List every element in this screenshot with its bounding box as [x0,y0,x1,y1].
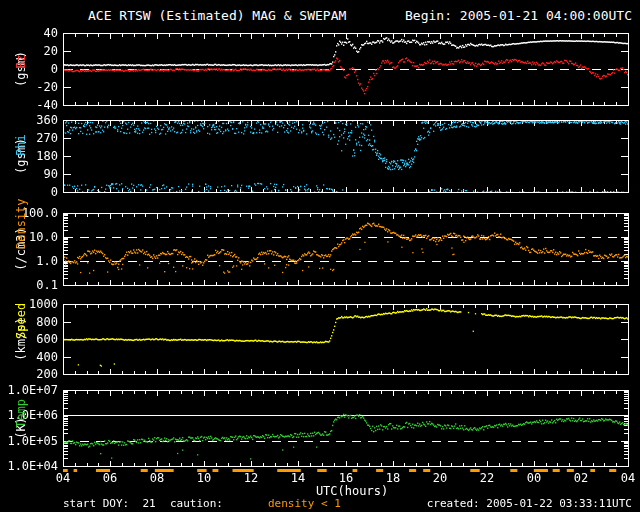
created-timestamp: created: 2005-01-22 03:33:11UTC [340,498,632,509]
start-doy-label: start DOY: 21 [63,498,156,509]
caution-value: density < 1 [268,498,341,509]
axis-label-text: Density [14,198,28,249]
x-tick-label: 18 [378,472,408,484]
y-axis-label-density: Density(/cm3) [0,213,44,285]
axis-label-text: Phi [14,134,28,156]
x-tick-label: 00 [519,472,549,484]
x-tick-label: 04 [613,472,640,484]
y-axis-label-temp: Temp(K) [0,390,44,466]
x-tick-label: 10 [189,472,219,484]
x-tick-label: 12 [236,472,266,484]
x-tick-label: 08 [142,472,172,484]
x-tick-label: 16 [331,472,361,484]
x-tick-label: 02 [566,472,596,484]
x-axis-title: UTC(hours) [292,485,412,497]
x-tick-label: 20 [425,472,455,484]
x-tick-label: 14 [283,472,313,484]
caution-label: caution: [170,498,223,509]
axis-label-text: Temp [14,399,28,428]
x-tick-label: 22 [472,472,502,484]
y-axis-label-phi: Phi(gsm) [0,120,44,192]
ace-rtsw-plot: ACE RTSW (Estimated) MAG & SWEPAM Begin:… [0,0,640,512]
y-axis-label-mag: Bt Bz(gsm) [0,33,44,105]
x-tick-label: 06 [95,472,125,484]
axis-labels-layer: 40200-20-40Bt Bz(gsm)360270180900Phi(gsm… [0,0,640,512]
axis-label-text: Speed [14,303,28,339]
axis-label-text: Bz [14,55,28,69]
y-axis-label-speed: Speed(km/s) [0,304,44,374]
x-tick-label: 04 [48,472,78,484]
